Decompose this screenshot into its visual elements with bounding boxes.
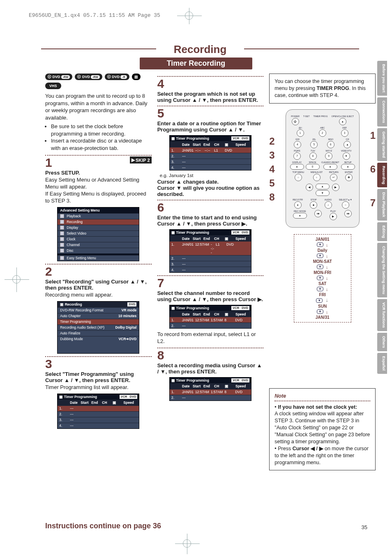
cell: JAN/01 (182, 242, 194, 255)
col-head: Start (193, 384, 202, 388)
col-head: Date (182, 312, 191, 316)
dvd-r-badge: 🖸 DVD-R (105, 74, 129, 80)
cell: DVD (235, 318, 244, 322)
column-left: 🖸 DVD-RW 🖸 DVD-RW 🖸 DVD-R ▧ VHS You can … (45, 74, 152, 470)
menu-icon (60, 226, 64, 230)
osd-heading: Advanced Setting Menu (58, 207, 139, 213)
col-head: End (203, 384, 212, 388)
cell: 1:57AM (211, 318, 223, 322)
col-head: Date (70, 401, 79, 405)
recording-menu: ▣ RecordingDVD DVD-RW Recording FormatVR… (57, 301, 139, 354)
list-item: Be sure to set the clock before programm… (51, 123, 152, 137)
step5-title: Enter a date or a routine option for Tim… (157, 120, 264, 133)
menu-icon (60, 243, 64, 247)
col-head: CH (214, 312, 223, 316)
col-head: End (203, 312, 212, 316)
menu-icon (60, 256, 64, 260)
side-tab: Before you start (377, 61, 387, 96)
cell: --:-- (205, 148, 212, 152)
sd-icon: ▧ (132, 74, 141, 80)
dvd-rw-video-badge: 🖸 DVD-RW (45, 74, 72, 80)
side-tab: Editing (377, 222, 387, 242)
timer-programming-step7: ▦ Timer ProgrammingVCRDVD DateStartEndCH… (169, 305, 251, 329)
menu-item: Timer Programming (60, 320, 91, 324)
remote-illustration: POWER⏻T-SETTIMER PROGOPEN/CLOSE EJECT▲ .… (286, 109, 360, 228)
list-item: Insert a recordable disc or a videotape … (51, 137, 152, 152)
cell: DVD (226, 242, 235, 255)
col-head: Speed (235, 237, 249, 241)
side-tab-active: Recording (377, 163, 387, 188)
cell: 12:57AM (195, 242, 209, 255)
osd-tab: VCR (231, 136, 240, 140)
cell: --- (182, 166, 191, 170)
osd-tab: DVD (127, 302, 136, 306)
note-head: Note (274, 393, 370, 400)
cell: --:-- (211, 242, 214, 255)
tip-text: You can choose the timer programming men… (274, 78, 366, 98)
side-tab: Getting started (377, 128, 387, 161)
cell: --:-- (195, 148, 203, 152)
side-tab: VCR functions (377, 299, 387, 331)
col-head: CH (214, 384, 223, 388)
page-number: 35 (362, 524, 367, 530)
intro-text: You can program the unit to record up to… (45, 92, 152, 121)
side-tab: Español (377, 353, 387, 374)
dvd-rw-vr-badge: 🖸 DVD-RW (75, 74, 102, 80)
col-head: CH (214, 237, 223, 241)
section-title: Timer Recording (140, 58, 252, 69)
osd-tab: DVD (240, 378, 249, 382)
osd-tab: VCR (231, 378, 240, 382)
col-head: Speed (235, 312, 249, 316)
osd-heading: Timer Programming (176, 136, 209, 140)
note-bold: If you have not set the clock yet: (278, 404, 357, 410)
note-text: A clock setting window will appear after… (274, 411, 370, 444)
timer-programming-step6: ▦ Timer ProgrammingVCRDVD DateStartEndCH… (169, 229, 251, 273)
col-head: Date (182, 384, 191, 388)
routine-item: MON-FRI (298, 270, 347, 275)
menu-item: Clock (67, 237, 75, 241)
step-number: 4 (157, 78, 164, 90)
note-text: Press Cursor ◀ / ▶ on move the cursor to… (274, 446, 369, 465)
page-title: Recording (41, 43, 359, 56)
timer-programming-empty: ▦ Timer ProgrammingVCRDVD DateStartEndCH… (57, 394, 139, 429)
side-tab: Changing the Setting menu (377, 243, 387, 297)
cell: --- (70, 424, 79, 428)
menu-item: DVD-RW Recording Format (60, 308, 103, 312)
cell: --- (70, 412, 79, 416)
col-head: Start (193, 312, 202, 316)
osd-tab: DVD (240, 230, 249, 235)
osd-tab: DVD (128, 395, 137, 399)
registration-mark-icon (185, 12, 193, 20)
step5-caption: e.g. January 1st (160, 173, 262, 178)
cell: 12:57AM (195, 390, 209, 394)
osd-heading: Timer Programming (176, 306, 209, 310)
cell: --- (182, 396, 191, 400)
callout-num: 2 (269, 136, 274, 147)
osd-heading: Timer Programming (64, 395, 97, 399)
osd-tab: VCR (231, 230, 240, 235)
col-head: Start (193, 143, 202, 147)
col-head: End (91, 401, 100, 405)
col-head: End (203, 237, 212, 241)
col-head: CH (214, 143, 223, 147)
routine-item: MON-SAT (298, 259, 347, 264)
osd-tab: VCR (120, 395, 129, 399)
col-head: Date (182, 237, 191, 241)
menu-value: VR mode (121, 308, 136, 312)
routine-item: JAN/01 (298, 237, 347, 242)
callout-num: 1 (370, 130, 376, 141)
cell: --- (182, 268, 191, 272)
menu-icon (60, 249, 64, 253)
routine-item: Daily (298, 248, 347, 253)
menu-item: Channel (67, 243, 80, 247)
menu-item: Dubbing Mode (60, 337, 83, 341)
cell: L1 (214, 148, 223, 152)
cell: JAN/01 (182, 318, 194, 322)
cell: JAN/01 (182, 390, 194, 394)
menu-item: Recording (67, 220, 83, 224)
step7-after: To record from external input, select L1… (157, 331, 264, 345)
callout-num: 8 (269, 191, 274, 203)
menu-item: Auto Finalize (60, 331, 80, 335)
menu-value: Dolby Digital (115, 325, 136, 329)
menu-item: Select Video (67, 231, 86, 235)
